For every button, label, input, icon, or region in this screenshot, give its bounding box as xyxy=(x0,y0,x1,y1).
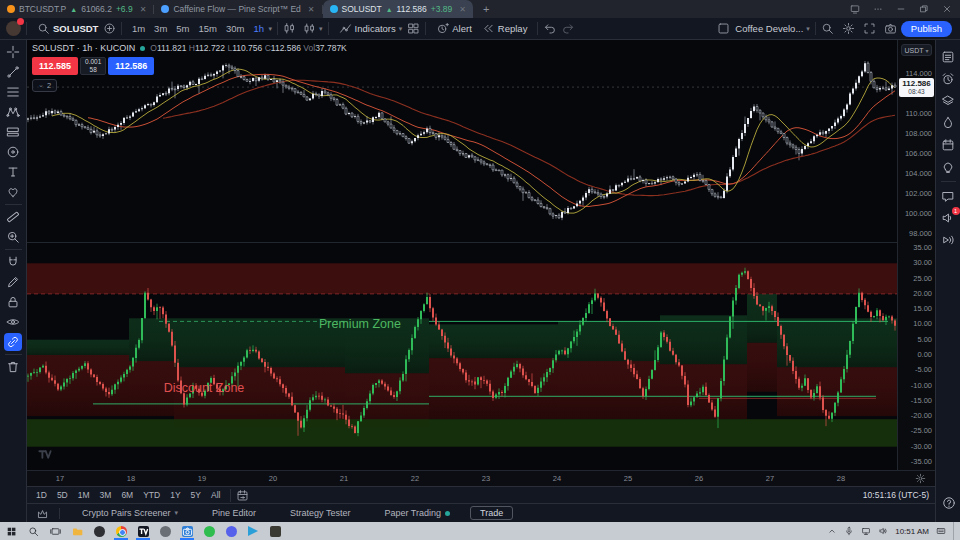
redo-icon[interactable] xyxy=(562,22,575,35)
new-tab-button[interactable]: + xyxy=(473,3,499,15)
heart-tool-icon[interactable] xyxy=(0,182,27,202)
close-icon[interactable] xyxy=(942,4,952,14)
tab-close-icon[interactable]: ✕ xyxy=(459,5,466,14)
pencil-tool-icon[interactable] xyxy=(0,272,27,292)
lock-tool-icon[interactable] xyxy=(0,292,27,312)
layout-checkbox-icon[interactable] xyxy=(717,22,730,35)
fib-tool-icon[interactable] xyxy=(0,82,27,102)
legend-symbol[interactable]: SOLUSDT · 1h · KUCOIN xyxy=(32,43,135,53)
tray-keyboard-icon[interactable] xyxy=(936,526,946,536)
eye-tool-icon[interactable] xyxy=(0,312,27,332)
footer-tab-crypto-pairs-screener[interactable]: Crypto Pairs Screener▾ xyxy=(82,508,178,518)
range-5d[interactable]: 5D xyxy=(52,490,73,500)
buy-price-button[interactable]: 112.586 xyxy=(108,57,154,75)
show-desktop-button[interactable] xyxy=(953,522,957,540)
footer-tab-trade[interactable]: Trade xyxy=(470,506,513,520)
layout-chevron-icon[interactable]: ▾ xyxy=(806,25,810,33)
speaker-sidebar-icon[interactable]: 1 xyxy=(936,207,960,229)
tab-close-icon[interactable]: ✕ xyxy=(308,5,315,14)
taskbar-search-icon[interactable] xyxy=(22,522,44,540)
sell-price-button[interactable]: 112.585 xyxy=(32,57,78,75)
undo-icon[interactable] xyxy=(543,22,556,35)
footer-tab-pine-editor[interactable]: Pine Editor xyxy=(212,508,256,518)
indicators-button[interactable]: Indicators ▾ xyxy=(334,22,408,35)
taskbar-file-explorer-icon[interactable] xyxy=(66,522,88,540)
tray-sound-icon[interactable] xyxy=(878,526,888,536)
indicator-collapse-chip[interactable]: ⌄ 2 xyxy=(32,79,57,92)
link-tool-icon[interactable] xyxy=(0,332,27,352)
taskbar-telegram-icon[interactable] xyxy=(242,522,264,540)
taskbar-tradingview-icon[interactable] xyxy=(132,522,154,540)
zoomin-tool-icon[interactable] xyxy=(0,227,27,247)
position-tool-icon[interactable] xyxy=(0,122,27,142)
goto-date-icon[interactable] xyxy=(236,489,249,502)
timeframe-chevron-icon[interactable]: ▾ xyxy=(269,25,273,33)
compare-add-icon[interactable] xyxy=(103,22,116,35)
layers-sidebar-icon[interactable] xyxy=(936,90,960,112)
taskbar-app-notes-icon[interactable] xyxy=(264,522,286,540)
taskbar-discord-icon[interactable] xyxy=(220,522,242,540)
range-3m[interactable]: 3M xyxy=(95,490,117,500)
chart-style-icon[interactable] xyxy=(303,22,316,35)
range-ytd[interactable]: YTD xyxy=(138,490,165,500)
xabcd-tool-icon[interactable] xyxy=(0,102,27,122)
taskbar-task-view-icon[interactable] xyxy=(44,522,66,540)
taskbar-camera-app-icon[interactable] xyxy=(176,522,198,540)
footer-tab-strategy-tester[interactable]: Strategy Tester xyxy=(290,508,350,518)
ruler-tool-icon[interactable] xyxy=(0,207,27,227)
alert-button[interactable]: Alert xyxy=(431,22,477,35)
browser-tab[interactable]: Caffeine Flow — Pine Script™ Ed✕ xyxy=(154,0,321,18)
flame-sidebar-icon[interactable] xyxy=(936,112,960,134)
fullscreen-icon[interactable] xyxy=(863,22,876,35)
timeframe-1m[interactable]: 1m xyxy=(127,23,149,34)
text-tool-icon[interactable] xyxy=(0,162,27,182)
magnet-tool-icon[interactable] xyxy=(0,252,27,272)
snapshot-camera-icon[interactable] xyxy=(884,22,897,35)
timeframe-1h[interactable]: 1h xyxy=(249,23,269,34)
tray-chevron-up-icon[interactable] xyxy=(827,526,837,536)
watchlist-sidebar-icon[interactable] xyxy=(936,46,960,68)
range-1m[interactable]: 1M xyxy=(73,490,95,500)
timeframe-15m[interactable]: 15m xyxy=(194,23,221,34)
tab-close-icon[interactable]: ✕ xyxy=(140,5,147,14)
browser-menu-icon[interactable] xyxy=(873,4,883,14)
streams-sidebar-icon[interactable] xyxy=(936,229,960,251)
range-6m[interactable]: 6M xyxy=(116,490,138,500)
trendline-tool-icon[interactable] xyxy=(0,62,27,82)
symbol-search-button[interactable]: SOLUSDT xyxy=(32,22,103,35)
minimize-icon[interactable] xyxy=(896,4,906,14)
alarm-sidebar-icon[interactable] xyxy=(936,68,960,90)
timeframe-5m[interactable]: 5m xyxy=(172,23,194,34)
range-1d[interactable]: 1D xyxy=(31,490,52,500)
price-axis[interactable]: USDT▾ 112.586 08:43 114.000110.000108.00… xyxy=(897,40,935,470)
range-5y[interactable]: 5Y xyxy=(186,490,206,500)
taskbar-chrome-icon[interactable] xyxy=(110,522,132,540)
crown-icon[interactable] xyxy=(27,507,59,520)
replay-button[interactable]: Replay xyxy=(477,22,533,35)
time-axis[interactable]: 171819202122232425262728 xyxy=(27,470,935,486)
oscillator-canvas[interactable]: Premium ZoneDiscount Zone xyxy=(27,243,897,470)
footer-tab-paper-trading[interactable]: Paper Trading xyxy=(384,508,450,518)
calendar-sidebar-icon[interactable] xyxy=(936,134,960,156)
oscillator-pane[interactable]: Premium ZoneDiscount Zone xyxy=(27,242,897,470)
tray-clock[interactable]: 10:51 AM xyxy=(895,527,929,536)
layout-name[interactable]: Coffee Develo... xyxy=(735,23,803,34)
multichart-layout-icon[interactable] xyxy=(407,22,420,35)
browser-tab[interactable]: SOLUSDT▲112.586+3.89✕ xyxy=(323,0,473,18)
timeframe-3m[interactable]: 3m xyxy=(150,23,172,34)
currency-axis-button[interactable]: USDT▾ xyxy=(901,44,932,56)
tray-mic-icon[interactable] xyxy=(844,526,854,536)
timeframe-30m[interactable]: 30m xyxy=(221,23,248,34)
crosshair-tool-icon[interactable] xyxy=(0,42,27,62)
taskbar-app-dark-icon[interactable] xyxy=(88,522,110,540)
taskbar-app-gray-icon[interactable] xyxy=(154,522,176,540)
publish-button[interactable]: Publish xyxy=(901,21,952,37)
chat-sidebar-icon[interactable] xyxy=(936,185,960,207)
tradingview-watermark[interactable] xyxy=(34,447,56,464)
exchange-clock[interactable]: 10:51:16 (UTC-5) xyxy=(863,490,929,500)
help-icon[interactable] xyxy=(936,492,960,514)
cast-icon[interactable] xyxy=(850,4,860,14)
target-tool-icon[interactable] xyxy=(0,142,27,162)
browser-tab[interactable]: BTCUSDT.P▲61066.2+6.9✕ xyxy=(0,0,153,18)
time-settings-gear-icon[interactable] xyxy=(915,473,926,484)
